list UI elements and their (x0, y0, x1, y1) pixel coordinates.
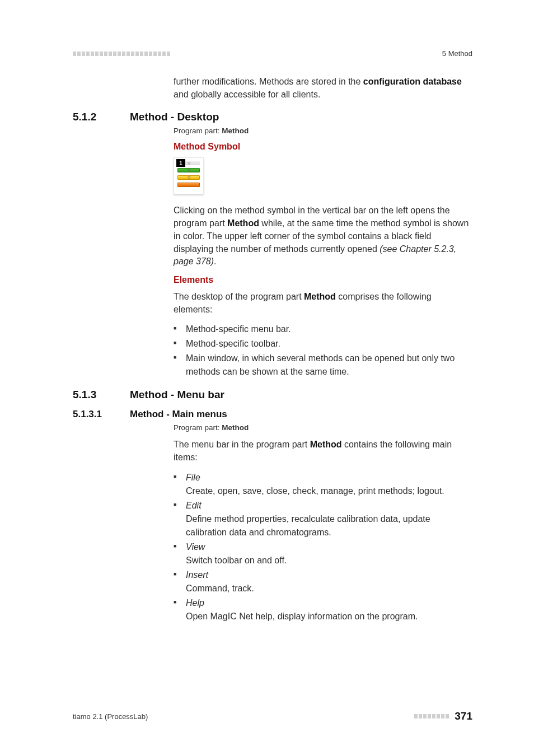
list-item-text: Method-specific toolbar. (186, 339, 280, 348)
footer-product: tiamo 2.1 (ProcessLab) (73, 712, 148, 721)
program-part-value: Method (222, 127, 249, 135)
chapter-label: 5 Method (442, 49, 472, 58)
menu-name: File (186, 473, 200, 482)
text-bold: Method (310, 440, 342, 449)
menu-desc: Switch toolbar on and off. (186, 554, 472, 567)
footer-dash-decoration (414, 714, 450, 718)
list-item: Help Open MagIC Net help, display inform… (174, 596, 472, 623)
method-symbol-icon: 1 ▽ ▽ ▽ (174, 157, 204, 194)
menu-name: Help (186, 598, 204, 608)
text: and globally accessible for all clients. (174, 90, 320, 99)
icon-bar-green: ▽ (177, 168, 200, 172)
subsection-number: 5.1.3.1 (73, 409, 113, 420)
list-item: Main window, in which several methods ca… (174, 352, 472, 379)
text: . (214, 256, 216, 266)
header-dash-decoration (73, 52, 171, 56)
method-symbol-paragraph: Clicking on the method symbol in the ver… (174, 204, 472, 268)
arrow-down-icon: ▽ (188, 176, 190, 180)
menu-items-list: File Create, open, save, close, check, m… (174, 471, 472, 623)
program-part-value: Method (222, 423, 249, 432)
section-5-1-2-heading: 5.1.2 Method - Desktop (73, 111, 472, 123)
list-item: Method-specific toolbar. (174, 337, 472, 351)
arrow-down-icon: ▽ (188, 169, 190, 172)
menu-desc: Define method properties, recalculate ca… (186, 512, 472, 539)
elements-paragraph: The desktop of the program part Method c… (174, 291, 472, 316)
menu-name: Edit (186, 501, 202, 510)
subsection-title: Method - Main menus (130, 409, 227, 420)
text-bold: configuration database (363, 77, 462, 86)
method-count-badge: 1 (176, 159, 185, 167)
intro-paragraph: further modifications. Methods are store… (174, 76, 472, 101)
list-item: Insert Command, track. (174, 568, 472, 595)
program-part-line: Program part: Method (174, 423, 472, 432)
list-item: File Create, open, save, close, check, m… (174, 471, 472, 498)
program-part-label: Program part: (174, 423, 222, 432)
icon-bar-orange (177, 183, 200, 187)
list-item: Method-specific menu bar. (174, 323, 472, 336)
list-item: View Switch toolbar on and off. (174, 540, 472, 567)
menu-name: View (186, 542, 205, 552)
text: The menu bar in the program part (174, 440, 310, 449)
method-symbol-heading: Method Symbol (174, 142, 472, 152)
list-item-text: Method-specific menu bar. (186, 324, 291, 334)
page-footer: tiamo 2.1 (ProcessLab) 371 (73, 710, 472, 722)
menu-name: Insert (186, 570, 208, 580)
program-part-line: Program part: Method (174, 127, 472, 135)
page-number: 371 (455, 710, 472, 722)
section-number: 5.1.2 (73, 111, 113, 123)
subsection-5-1-3-1-heading: 5.1.3.1 Method - Main menus (73, 409, 472, 420)
menu-desc: Command, track. (186, 582, 472, 595)
elements-bullet-list: Method-specific menu bar. Method-specifi… (174, 323, 472, 379)
elements-heading: Elements (174, 275, 472, 285)
section-number: 5.1.3 (73, 389, 113, 401)
program-part-label: Program part: (174, 127, 222, 135)
list-item-text: Main window, in which several methods ca… (186, 353, 455, 376)
section-title: Method - Desktop (130, 111, 219, 123)
menu-desc: Create, open, save, close, check, manage… (186, 484, 472, 498)
text-bold: Method (304, 292, 336, 301)
list-item: Edit Define method properties, recalcula… (174, 499, 472, 539)
text-bold: Method (227, 218, 259, 228)
menu-bar-paragraph: The menu bar in the program part Method … (174, 438, 472, 464)
text: further modifications. Methods are store… (174, 77, 363, 86)
section-title: Method - Menu bar (130, 389, 224, 401)
section-5-1-3-heading: 5.1.3 Method - Menu bar (73, 389, 472, 401)
arrow-down-icon: ▽ (188, 161, 190, 165)
page-header: 5 Method (73, 49, 472, 58)
text: The desktop of the program part (174, 292, 304, 301)
icon-bar-yellow: ▽ (177, 175, 200, 180)
menu-desc: Open MagIC Net help, display information… (186, 610, 472, 623)
